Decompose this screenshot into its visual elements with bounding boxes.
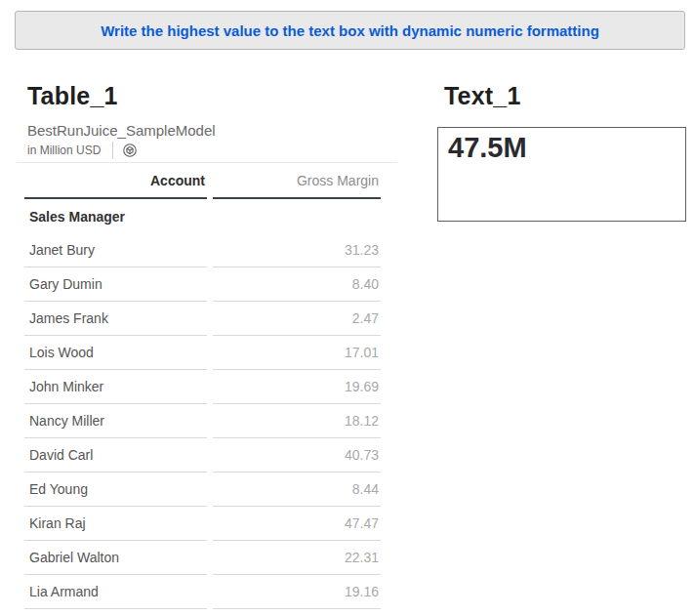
account-cell[interactable]: Nancy Miller [24,404,207,438]
column-header-gross-margin[interactable]: Gross Margin [213,163,381,199]
value-cell[interactable]: 19.69 [213,370,381,404]
account-cell[interactable]: Gabriel Walton [24,541,207,575]
table-row[interactable]: Lois Wood 17.01 [24,336,381,370]
instruction-banner[interactable]: Write the highest value to the text box … [15,11,685,50]
text-widget-title: Text_1 [444,82,521,110]
table-row[interactable]: James Frank 2.47 [24,302,381,336]
column-header-account[interactable]: Account [24,163,207,199]
account-cell[interactable]: Lois Wood [24,336,207,370]
cube-icon[interactable] [122,143,138,158]
table-row[interactable]: Kiran Raj 47.47 [24,507,381,541]
value-cell[interactable]: 47.47 [213,507,381,541]
table-row[interactable]: John Minker 19.69 [24,370,381,404]
table-row[interactable]: Janet Bury 31.23 [24,233,381,267]
account-cell[interactable]: David Carl [24,438,207,472]
table-row[interactable]: Nancy Miller 18.12 [24,404,381,438]
table-section-row[interactable]: Sales Manager [24,199,381,233]
table-model-name: BestRunJuice_SampleModel [27,122,216,139]
value-cell[interactable]: 2.47 [213,302,381,336]
account-cell[interactable]: Gary Dumin [24,267,207,302]
section-label: Sales Manager [24,199,207,233]
table-widget-title: Table_1 [27,82,118,110]
table: Account Gross Margin Sales Manager Janet… [24,163,381,609]
value-cell[interactable]: 31.23 [213,233,381,267]
table-row[interactable]: Ed Young 8.44 [24,472,381,507]
value-cell[interactable]: 22.31 [213,541,381,575]
table-row[interactable]: David Carl 40.73 [24,438,381,472]
value-cell[interactable]: 8.40 [213,267,381,302]
account-cell[interactable]: Lia Armand [24,575,207,609]
value-cell[interactable]: 40.73 [213,438,381,472]
table-row[interactable]: Gabriel Walton 22.31 [24,541,381,575]
text-widget-box[interactable]: 47.5M [437,127,686,222]
text-widget-value: 47.5M [448,132,675,164]
instruction-banner-label: Write the highest value to the text box … [101,22,599,39]
value-cell[interactable]: 18.12 [213,404,381,438]
value-cell[interactable]: 19.16 [213,575,381,609]
account-cell[interactable]: Ed Young [24,472,207,507]
value-cell[interactable]: 17.01 [213,336,381,370]
table-header-row: Account Gross Margin [24,163,381,199]
meta-divider [112,142,113,159]
account-cell[interactable]: Kiran Raj [24,507,207,541]
section-value-cell [213,199,381,233]
account-cell[interactable]: John Minker [24,370,207,404]
table-row[interactable]: Gary Dumin 8.40 [24,267,381,302]
table-meta-row: in Million USD [27,141,138,160]
table-row[interactable]: Lia Armand 19.16 [24,575,381,609]
table-unit-label: in Million USD [27,144,101,157]
table-body: Janet Bury 31.23 Gary Dumin 8.40 James F… [24,233,381,609]
value-cell[interactable]: 8.44 [213,472,381,507]
account-cell[interactable]: Janet Bury [24,233,207,267]
account-cell[interactable]: James Frank [24,302,207,336]
